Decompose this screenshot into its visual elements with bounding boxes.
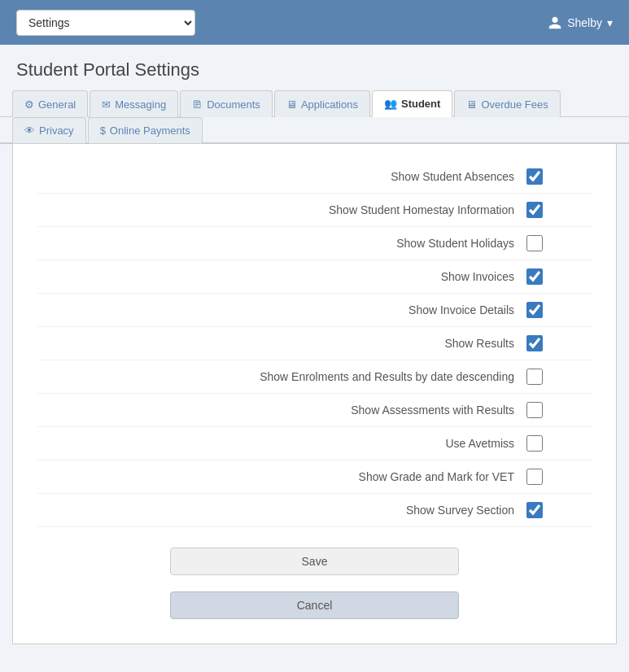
user-menu[interactable]: Shelby ▾ [548, 15, 613, 30]
row-show-invoices: Show Invoices [37, 260, 592, 294]
checkbox-show-student-holidays[interactable] [526, 235, 543, 251]
row-use-avetmiss: Use Avetmiss [37, 427, 592, 460]
checkbox-show-grade-mark[interactable] [526, 469, 543, 485]
save-row: Save [37, 548, 592, 575]
checkbox-use-avetmiss[interactable] [526, 435, 543, 452]
tab-messaging[interactable]: ✉ Messaging [90, 90, 178, 117]
cancel-row: Cancel [37, 583, 592, 619]
row-show-student-absences: Show Student Absences [37, 160, 592, 194]
checkbox-show-enrolments[interactable] [526, 369, 543, 385]
row-show-survey: Show Survey Section [37, 494, 592, 527]
gear-icon: ⚙ [24, 98, 34, 111]
row-show-student-holidays: Show Student Holidays [37, 227, 592, 260]
cancel-button[interactable]: Cancel [170, 591, 459, 619]
row-show-grade-mark: Show Grade and Mark for VET [37, 460, 592, 494]
save-button[interactable]: Save [170, 548, 459, 575]
row-show-student-homestay: Show Student Homestay Information [37, 194, 592, 227]
tab-online-payments[interactable]: $ Online Payments [88, 117, 203, 143]
tabs-row1: ⚙ General ✉ Messaging 🖹 Documents 🖥 Appl… [0, 90, 629, 117]
monitor-icon: 🖥 [286, 98, 297, 111]
tab-general[interactable]: ⚙ General [12, 90, 88, 117]
checkbox-show-results[interactable] [526, 335, 543, 351]
user-icon [548, 15, 562, 30]
label-show-grade-mark: Show Grade and Mark for VET [189, 470, 514, 483]
tab-applications[interactable]: 🖥 Applications [274, 90, 370, 117]
monitor2-icon: 🖥 [466, 98, 477, 111]
people-icon: 👥 [384, 98, 397, 110]
label-show-assessments: Show Assessments with Results [189, 404, 514, 417]
eye-icon: 👁 [24, 124, 35, 137]
label-use-avetmiss: Use Avetmiss [189, 437, 514, 450]
label-show-survey: Show Survey Section [189, 504, 514, 517]
page-title: Student Portal Settings [0, 45, 629, 90]
user-name: Shelby [567, 16, 602, 29]
tab-student[interactable]: 👥 Student [372, 90, 452, 117]
label-show-enrolments: Show Enrolments and Results by date desc… [189, 370, 514, 383]
mail-icon: ✉ [102, 98, 111, 111]
tabs-row2: 👁 Privacy $ Online Payments [0, 117, 629, 144]
checkbox-show-invoice-details[interactable] [526, 302, 543, 318]
tab-documents[interactable]: 🖹 Documents [180, 90, 273, 117]
checkbox-show-student-homestay[interactable] [526, 202, 543, 218]
checkbox-show-assessments[interactable] [526, 402, 543, 418]
label-show-invoice-details: Show Invoice Details [189, 303, 514, 316]
dollar-icon: $ [100, 124, 106, 137]
label-show-student-absences: Show Student Absences [189, 170, 514, 183]
doc-icon: 🖹 [192, 98, 203, 111]
row-show-enrolments: Show Enrolments and Results by date desc… [37, 360, 592, 394]
user-caret: ▾ [607, 16, 613, 29]
header: SettingsProfileHelp Shelby ▾ [0, 0, 629, 45]
row-show-assessments: Show Assessments with Results [37, 394, 592, 427]
checkbox-show-student-absences[interactable] [526, 168, 543, 185]
row-show-results: Show Results [37, 327, 592, 360]
row-show-invoice-details: Show Invoice Details [37, 294, 592, 327]
checkbox-show-invoices[interactable] [526, 268, 543, 285]
tab-privacy[interactable]: 👁 Privacy [12, 117, 86, 143]
settings-dropdown[interactable]: SettingsProfileHelp [16, 10, 195, 36]
label-show-student-holidays: Show Student Holidays [189, 237, 514, 250]
main-content: Show Student Absences Show Student Homes… [12, 144, 617, 644]
label-show-student-homestay: Show Student Homestay Information [189, 203, 514, 216]
label-show-invoices: Show Invoices [189, 270, 514, 283]
checkbox-show-survey[interactable] [526, 502, 543, 518]
label-show-results: Show Results [189, 337, 514, 350]
tab-overdue-fees[interactable]: 🖥 Overdue Fees [454, 90, 560, 117]
